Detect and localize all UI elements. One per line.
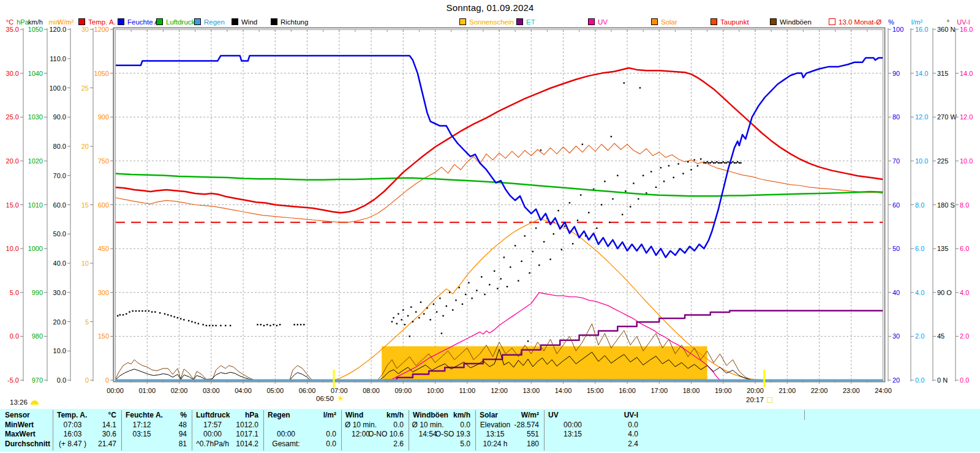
series-richtung-point [734, 162, 735, 163]
table-divider [804, 410, 805, 420]
series-sonnenschein [382, 346, 707, 380]
series-richtung-point [300, 324, 301, 325]
series-richtung-point [706, 161, 707, 162]
series-richtung-point [119, 314, 121, 315]
axis-label: 01:00 [138, 387, 156, 394]
table-cell-value: 2.6 [393, 440, 404, 448]
series-richtung-point [409, 335, 410, 337]
table-cell-value: 551 [527, 430, 539, 438]
series-richtung-point [700, 158, 701, 159]
axis-label: 750 [98, 157, 109, 165]
series-richtung-point [660, 167, 662, 168]
series-richtung-point [646, 192, 647, 193]
axis-label: 5.0 [10, 289, 19, 296]
series-richtung-point [465, 294, 466, 295]
series-richtung-point [452, 309, 453, 310]
axis-label: 14.0 [960, 70, 973, 77]
axis-label: 06:00 [299, 387, 316, 394]
series-richtung-point [630, 206, 631, 207]
series-richtung-point [183, 319, 184, 320]
series-richtung-point [611, 136, 612, 137]
axis-label: 25 [81, 84, 89, 92]
axis-label: UV-I [957, 18, 970, 26]
table-col-name: Wind [345, 411, 363, 419]
series-richtung-point [489, 284, 490, 285]
series-richtung-point [455, 299, 456, 301]
axis-label: km/h [28, 18, 43, 26]
series-richtung-point [655, 187, 657, 188]
series-richtung-point [198, 323, 199, 324]
axis-label: 970 [32, 376, 43, 384]
axis-label: 150 [98, 332, 109, 340]
table-cell-time: 13:15 [544, 430, 601, 438]
series-richtung-point [697, 165, 698, 167]
axis-label: 100.0 [49, 84, 66, 92]
axis-label: 30 [892, 332, 900, 340]
series-richtung-point [716, 161, 717, 162]
axis-label: 135 [937, 245, 948, 252]
series-richtung-point [524, 235, 526, 236]
series-richtung-point [230, 325, 231, 326]
series-richtung-point [650, 171, 652, 172]
moon-icon [31, 400, 39, 405]
series-richtung-point [436, 311, 437, 312]
table-cell-value: 1012.0 [236, 421, 258, 429]
series-richtung-point [412, 321, 413, 322]
table-cell-time: 17:57 [192, 421, 233, 429]
table-cell-time: 00:00 [192, 430, 233, 438]
series-richtung-point [543, 241, 545, 242]
series-richtung-point [138, 310, 140, 312]
series-richtung-point [494, 271, 495, 272]
weather-day-chart-window: Sonntag, 01.09.2024 Temp. A.Feuchte A.Lu… [0, 0, 980, 453]
axis-label: 1050 [94, 70, 109, 77]
table-cell-value: 1017.1 [236, 430, 258, 438]
axis-label: 300 [98, 289, 109, 296]
axis-label: 10.0 [53, 347, 66, 354]
axis-label: 50.0 [53, 230, 66, 238]
series-richtung-point [497, 288, 498, 289]
axis-label: 24:00 [875, 387, 892, 394]
table-col-name: Feuchte A. [126, 411, 163, 419]
series-richtung-point [423, 313, 424, 315]
sunrise-time: 06:50 [316, 395, 334, 402]
series-richtung-point [500, 278, 501, 279]
series-richtung-point [484, 294, 485, 295]
axis-label: 60.0 [53, 201, 66, 209]
axis-label: 20:00 [747, 387, 764, 394]
series-richtung-point [724, 162, 725, 163]
axis-label: 0 [105, 376, 109, 384]
series-richtung-point [191, 321, 192, 322]
series-richtung-point [532, 251, 533, 252]
series-richtung-point [173, 316, 175, 317]
series-richtung-point [668, 165, 669, 167]
axis-label: 02:00 [171, 387, 188, 394]
series-richtung-point [167, 314, 168, 315]
table-cell-value: 0.0 [393, 421, 404, 429]
axis-label: 18:00 [683, 387, 700, 394]
moonrise-annotation: 13:26 [10, 399, 39, 406]
series-richtung-point [682, 173, 684, 174]
axis-label: 100 [892, 26, 903, 33]
series-richtung-point [270, 325, 271, 326]
series-richtung-point [148, 310, 149, 312]
axis-label: 900 [98, 113, 109, 121]
axis-label: 35.0 [6, 26, 19, 33]
series-richtung-point [529, 272, 530, 274]
table-col-name: Solar [480, 411, 498, 419]
series-richtung-point [705, 162, 706, 163]
axis-label: 315 [937, 70, 948, 77]
series-richtung-point [633, 182, 634, 184]
series-richtung-point [687, 161, 688, 162]
axis-label: 2.0 [915, 332, 924, 340]
series-richtung-point [708, 162, 709, 163]
series-richtung-point [188, 320, 189, 321]
series-richtung-point [739, 162, 740, 163]
series-richtung-point [557, 210, 559, 211]
series-richtung-point [202, 324, 203, 325]
series-richtung-point [441, 332, 442, 334]
series-richtung-point [514, 245, 516, 246]
table-cell-time: 00:00 [544, 421, 601, 429]
axis-label: 1050 [28, 26, 43, 33]
axis-label: 12.0 [915, 113, 928, 121]
axis-label: °C [6, 18, 13, 26]
